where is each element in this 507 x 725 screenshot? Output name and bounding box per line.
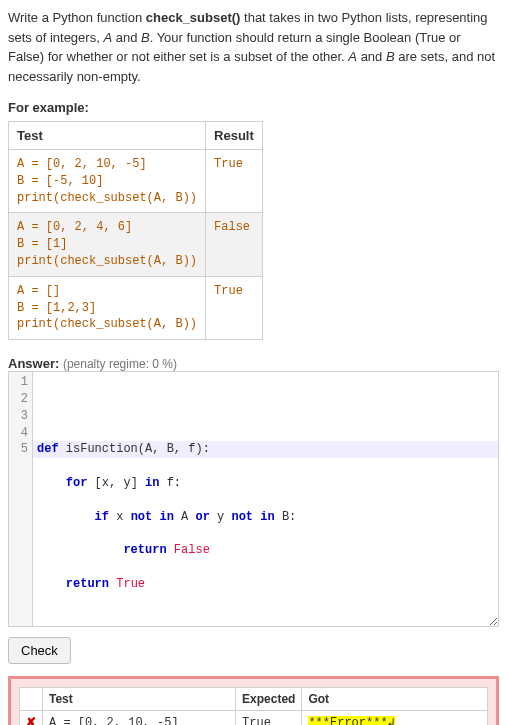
example-table: Test Result A = [0, 2, 10, -5] B = [-5, … bbox=[8, 121, 263, 340]
penalty-text: (penalty regime: 0 %) bbox=[63, 357, 177, 371]
line-gutter: 1 2 3 4 5 bbox=[9, 372, 33, 626]
test-code: A = [0, 2, 10, -5] B = [-5, 10] print(ch… bbox=[9, 150, 206, 213]
table-row: A = [] B = [1,2,3] print(check_subset(A,… bbox=[9, 276, 263, 339]
result-table: Test Expected Got ✘ A = [0, 2, 10, -5] B… bbox=[19, 687, 488, 725]
table-row: A = [0, 2, 4, 6] B = [1] print(check_sub… bbox=[9, 213, 263, 276]
table-row: A = [0, 2, 10, -5] B = [-5, 10] print(ch… bbox=[9, 150, 263, 213]
test-result: True bbox=[206, 276, 263, 339]
test-result: True bbox=[206, 150, 263, 213]
col-test: Test bbox=[9, 122, 206, 150]
test-code: A = [0, 2, 4, 6] B = [1] print(check_sub… bbox=[9, 213, 206, 276]
result-got: ***Error***↲Traceback (most recent call … bbox=[302, 711, 488, 725]
code-area[interactable]: def isFunction(A, B, f): for [x, y] in f… bbox=[33, 372, 498, 626]
col-got: Got bbox=[302, 688, 488, 711]
col-result: Result bbox=[206, 122, 263, 150]
answer-label: Answer: (penalty regime: 0 %) bbox=[8, 356, 499, 371]
col-status bbox=[20, 688, 43, 711]
col-test: Test bbox=[43, 688, 236, 711]
check-button[interactable]: Check bbox=[8, 637, 71, 664]
example-label: For example: bbox=[8, 100, 499, 115]
fail-icon: ✘ bbox=[20, 711, 43, 725]
result-test: A = [0, 2, 10, -5] B = [-5, 10] print(ch… bbox=[43, 711, 236, 725]
test-result: False bbox=[206, 213, 263, 276]
function-name: check_subset() bbox=[146, 10, 241, 25]
col-expected: Expected bbox=[236, 688, 302, 711]
result-expected: True bbox=[236, 711, 302, 725]
test-code: A = [] B = [1,2,3] print(check_subset(A,… bbox=[9, 276, 206, 339]
question-text: Write a Python function check_subset() t… bbox=[8, 8, 499, 86]
result-row: ✘ A = [0, 2, 10, -5] B = [-5, 10] print(… bbox=[20, 711, 488, 725]
code-editor[interactable]: 1 2 3 4 5 def isFunction(A, B, f): for [… bbox=[8, 371, 499, 627]
result-panel: Test Expected Got ✘ A = [0, 2, 10, -5] B… bbox=[8, 676, 499, 725]
